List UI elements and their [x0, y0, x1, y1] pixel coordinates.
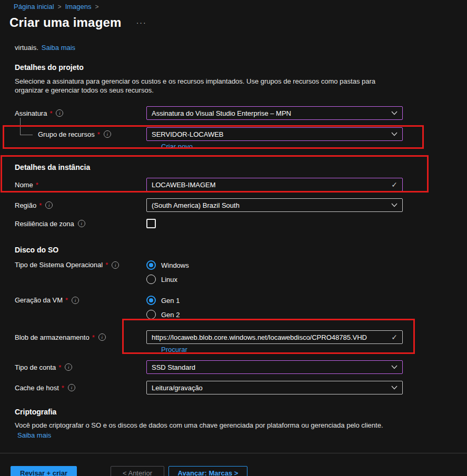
section-project-details: Detalhes do projeto — [15, 63, 467, 72]
required-asterisk: * — [92, 333, 95, 341]
host-cache-value: Leitura/gravação — [152, 384, 388, 392]
name-input[interactable]: LOCAWEB-IMAGEM ✓ — [146, 178, 403, 191]
info-icon[interactable]: i — [98, 333, 106, 341]
field-row-resource-group: Grupo de recursos* i SERVIDOR-LOCAWEB — [0, 127, 467, 141]
info-icon[interactable]: i — [65, 363, 72, 371]
previous-button[interactable]: < Anterior — [111, 466, 164, 476]
region-value: (South America) Brazil South — [152, 201, 388, 209]
required-asterisk: * — [49, 109, 52, 117]
field-row-zone-resiliency: Resiliência de zona i — [0, 218, 467, 229]
account-type-dropdown[interactable]: SSD Standard — [146, 360, 403, 374]
radio-selected-icon — [146, 296, 156, 305]
storage-blob-input[interactable]: https://locaweb.blob.core.windows.net/lo… — [146, 330, 403, 344]
info-icon[interactable]: i — [68, 384, 75, 391]
chevron-down-icon — [391, 365, 398, 369]
chevron-down-icon — [391, 203, 398, 207]
section-instance-details: Detalhes da instância — [15, 163, 467, 172]
os-type-label: Tipo de Sistema Operacional — [15, 261, 103, 269]
required-asterisk: * — [105, 261, 108, 269]
review-create-button[interactable]: Revisar + criar — [11, 466, 77, 476]
valid-check-icon: ✓ — [391, 180, 398, 189]
region-label: Região — [15, 201, 36, 209]
field-row-subscription: Assinatura* i Assinatura do Visual Studi… — [0, 106, 467, 120]
info-icon[interactable]: i — [78, 220, 85, 227]
radio-gen1[interactable]: Gen 1 — [146, 295, 403, 306]
breadcrumb-images[interactable]: Imagens — [65, 3, 92, 11]
required-asterisk: * — [65, 296, 68, 304]
subscription-label: Assinatura — [15, 109, 47, 117]
info-icon[interactable]: i — [72, 297, 79, 304]
breadcrumb-home[interactable]: Página inicial — [14, 3, 54, 11]
encryption-learn-more-link[interactable]: Saiba mais — [17, 431, 51, 439]
required-asterisk: * — [62, 384, 64, 392]
account-type-value: SSD Standard — [152, 363, 388, 371]
more-options-icon[interactable]: ··· — [136, 18, 147, 27]
browse-link[interactable]: Procurar — [161, 346, 187, 353]
radio-windows[interactable]: Windows — [146, 260, 403, 270]
required-asterisk: * — [97, 130, 100, 138]
resource-group-value: SERVIDOR-LOCAWEB — [152, 130, 388, 138]
footer-actions: Revisar + criar < Anterior Avançar: Marc… — [11, 466, 467, 476]
host-cache-dropdown[interactable]: Leitura/gravação — [146, 381, 403, 394]
breadcrumb: Página inicial > Imagens > — [0, 0, 467, 11]
page-title: Criar uma imagem — [9, 15, 122, 30]
create-new-link[interactable]: Criar novo — [161, 143, 193, 150]
info-icon[interactable]: i — [56, 109, 63, 117]
storage-blob-label: Blob de armazenamento — [15, 333, 90, 341]
field-row-vm-generation: Geração da VM* i Gen 1 Gen 2 — [0, 295, 467, 320]
learn-more-link[interactable]: Saiba mais — [42, 44, 75, 52]
name-value: LOCAWEB-IMAGEM — [152, 181, 388, 189]
section-os-disk: Disco do SO — [15, 246, 467, 255]
host-cache-label: Cache de host — [15, 384, 59, 392]
valid-check-icon: ✓ — [391, 333, 398, 341]
chevron-down-icon — [391, 111, 398, 115]
field-row-os-type: Tipo de Sistema Operacional* i Windows L… — [0, 260, 467, 285]
intro-text: virtuais. — [15, 44, 38, 52]
region-dropdown[interactable]: (South America) Brazil South — [146, 198, 403, 212]
info-icon[interactable]: i — [104, 130, 111, 138]
zone-resiliency-checkbox[interactable] — [146, 219, 156, 228]
field-row-storage-blob: Blob de armazenamento* i https://locaweb… — [0, 330, 467, 344]
chevron-down-icon — [391, 386, 398, 390]
chevron-right-icon: > — [95, 3, 99, 11]
create-image-page: Página inicial > Imagens > Criar uma ima… — [0, 0, 467, 476]
radio-selected-icon — [146, 260, 156, 270]
resource-group-label: Grupo de recursos — [38, 130, 95, 138]
storage-blob-value: https://locaweb.blob.core.windows.net/lo… — [152, 333, 388, 341]
vm-generation-label: Geração da VM — [15, 296, 63, 304]
required-asterisk: * — [39, 201, 42, 209]
footer-divider — [0, 453, 467, 453]
radio-gen2[interactable]: Gen 2 — [146, 309, 403, 320]
subscription-value: Assinatura do Visual Studio Enterprise –… — [152, 109, 388, 117]
project-description: Selecione a assinatura para gerenciar os… — [15, 77, 405, 95]
info-icon[interactable]: i — [112, 261, 119, 269]
encryption-description: Você pode criptografar o SO e os discos … — [15, 421, 436, 430]
section-encryption: Criptografia — [15, 408, 467, 417]
field-row-host-cache: Cache de host* i Leitura/gravação — [0, 381, 467, 394]
chevron-down-icon — [391, 132, 398, 136]
account-type-label: Tipo de conta — [15, 363, 56, 371]
resource-group-dropdown[interactable]: SERVIDOR-LOCAWEB — [146, 127, 403, 141]
info-icon[interactable]: i — [45, 201, 53, 209]
chevron-right-icon: > — [58, 3, 62, 11]
field-row-account-type: Tipo de conta* i SSD Standard — [0, 360, 467, 374]
radio-unselected-icon — [146, 275, 156, 284]
next-tags-button[interactable]: Avançar: Marcas > — [168, 466, 247, 476]
subscription-dropdown[interactable]: Assinatura do Visual Studio Enterprise –… — [146, 106, 403, 120]
field-row-region: Região* i (South America) Brazil South — [0, 198, 467, 212]
name-label: Nome — [15, 181, 33, 189]
radio-linux[interactable]: Linux — [146, 274, 403, 285]
required-asterisk: * — [36, 181, 38, 189]
field-row-name: Nome* LOCAWEB-IMAGEM ✓ — [0, 178, 467, 191]
zone-resiliency-label: Resiliência de zona — [15, 220, 74, 228]
required-asterisk: * — [58, 363, 61, 371]
radio-unselected-icon — [146, 310, 156, 319]
